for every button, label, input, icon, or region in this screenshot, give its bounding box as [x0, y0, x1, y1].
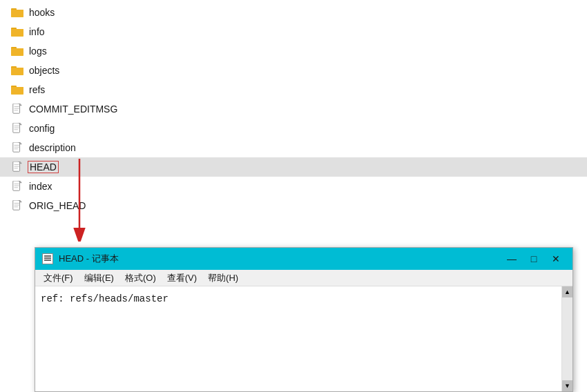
file-name-refs: refs	[28, 84, 46, 95]
notepad-textarea[interactable]	[35, 286, 561, 391]
svg-rect-11	[11, 48, 23, 55]
file-icon	[11, 200, 23, 211]
file-name-index: index	[28, 181, 53, 192]
file-item-info[interactable]: info	[0, 22, 587, 41]
notepad-title-left: HEAD - 记事本	[42, 253, 119, 265]
file-name-hooks: hooks	[28, 7, 56, 18]
folder-icon	[11, 84, 23, 95]
close-button[interactable]: ✕	[546, 250, 566, 268]
folder-icon	[11, 65, 23, 76]
menu-item-4[interactable]: 帮助(H)	[202, 271, 244, 286]
file-name-HEAD: HEAD	[28, 161, 59, 173]
svg-rect-7	[11, 29, 23, 36]
file-explorer: hooks info logs objects refs	[0, 0, 587, 248]
svg-rect-19	[11, 87, 23, 94]
file-icon	[11, 161, 23, 173]
notepad-content: ▲ ▼	[35, 286, 572, 391]
menu-item-2[interactable]: 格式(O)	[119, 271, 162, 286]
file-name-COMMIT_EDITMSG: COMMIT_EDITMSG	[28, 104, 119, 115]
minimize-button[interactable]: —	[502, 250, 521, 268]
file-item-refs[interactable]: refs	[0, 80, 587, 99]
menu-item-3[interactable]: 查看(V)	[162, 271, 202, 286]
file-icon	[11, 104, 23, 115]
file-name-objects: objects	[28, 65, 61, 76]
file-item-index[interactable]: index	[0, 177, 587, 196]
file-icon	[11, 123, 23, 134]
file-item-logs[interactable]: logs	[0, 41, 587, 61]
notepad-menubar: 文件(F)编辑(E)格式(O)查看(V)帮助(H)	[35, 270, 572, 286]
file-item-ORIG_HEAD[interactable]: ORIG_HEAD	[0, 196, 587, 215]
file-icon	[11, 181, 23, 192]
file-item-hooks[interactable]: hooks	[0, 3, 587, 22]
file-item-objects[interactable]: objects	[0, 61, 587, 80]
notepad-window: HEAD - 记事本 — □ ✕ 文件(F)编辑(E)格式(O)查看(V)帮助(…	[35, 247, 573, 392]
notepad-scrollbar[interactable]: ▲ ▼	[561, 286, 572, 391]
notepad-app-icon	[42, 253, 53, 264]
maximize-button[interactable]: □	[524, 250, 543, 268]
scrollbar-track[interactable]	[562, 297, 572, 380]
folder-icon	[11, 7, 23, 18]
file-icon	[11, 142, 23, 153]
notepad-window-controls: — □ ✕	[502, 250, 566, 268]
file-item-description[interactable]: description	[0, 138, 587, 157]
notepad-title-text: HEAD - 记事本	[59, 253, 119, 265]
file-item-HEAD[interactable]: HEAD	[0, 157, 587, 177]
file-item-config[interactable]: config	[0, 119, 587, 138]
file-name-info: info	[28, 26, 46, 37]
file-name-ORIG_HEAD: ORIG_HEAD	[28, 200, 87, 211]
svg-rect-3	[11, 10, 23, 17]
file-name-logs: logs	[28, 46, 48, 57]
scrollbar-up-button[interactable]: ▲	[562, 286, 573, 297]
scrollbar-down-button[interactable]: ▼	[562, 380, 573, 391]
file-name-description: description	[28, 142, 77, 153]
svg-rect-15	[11, 68, 23, 75]
menu-item-1[interactable]: 编辑(E)	[79, 271, 119, 286]
file-item-COMMIT_EDITMSG[interactable]: COMMIT_EDITMSG	[0, 99, 587, 119]
file-name-config: config	[28, 123, 56, 134]
folder-icon	[11, 26, 23, 37]
menu-item-0[interactable]: 文件(F)	[38, 271, 79, 286]
folder-icon	[11, 46, 23, 57]
notepad-titlebar: HEAD - 记事本 — □ ✕	[35, 248, 572, 270]
